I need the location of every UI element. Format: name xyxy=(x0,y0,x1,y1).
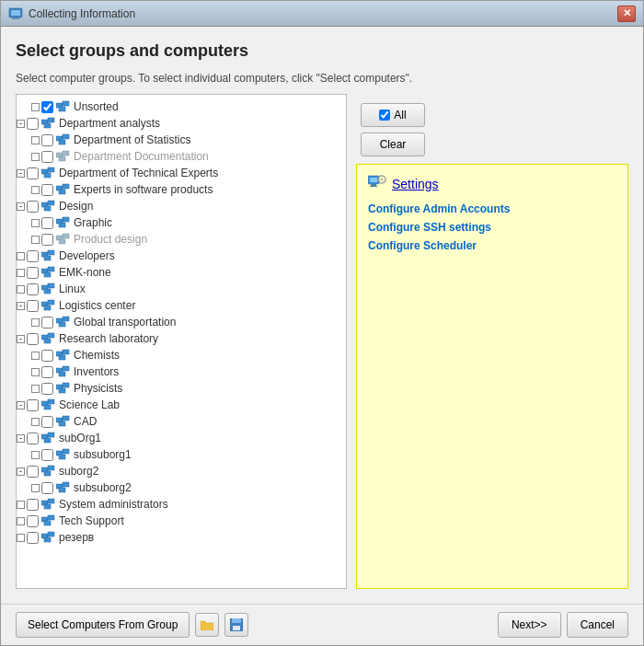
tree-checkbox[interactable] xyxy=(41,217,53,229)
tree-row[interactable]: Graphic xyxy=(17,214,346,231)
tree-row[interactable]: - Department analysts xyxy=(17,115,346,132)
right-column: All Clear xyxy=(356,94,628,589)
svg-rect-41 xyxy=(44,306,51,310)
tree-label: Graphic xyxy=(74,216,112,229)
svg-rect-92 xyxy=(233,626,240,630)
group-icon xyxy=(41,266,56,279)
expand-icon[interactable]: - xyxy=(17,302,25,310)
svg-rect-11 xyxy=(59,140,65,144)
tree-row[interactable]: Department Documentation xyxy=(17,148,346,165)
tree-row[interactable]: Linux xyxy=(17,281,346,297)
tree-checkbox[interactable] xyxy=(41,416,53,428)
group-icon xyxy=(56,448,71,461)
expand-icon[interactable]: - xyxy=(17,434,25,443)
tree-checkbox[interactable] xyxy=(41,449,53,461)
all-button[interactable]: All xyxy=(361,103,425,127)
settings-icon xyxy=(368,174,386,193)
tree-checkbox[interactable] xyxy=(27,515,39,527)
svg-rect-19 xyxy=(63,184,69,189)
tree-checkbox[interactable] xyxy=(27,283,39,295)
tree-checkbox[interactable] xyxy=(27,201,39,213)
svg-rect-23 xyxy=(44,206,51,211)
tree-label: Product design xyxy=(74,233,147,246)
folder-button[interactable] xyxy=(195,613,219,637)
tree-checkbox[interactable] xyxy=(41,482,53,494)
group-icon xyxy=(41,299,56,312)
tree-row[interactable]: CAD xyxy=(17,413,346,430)
tree-label: Linux xyxy=(59,283,86,295)
tree-row[interactable]: subsuborg2 xyxy=(17,479,346,496)
tree-row[interactable]: Developers xyxy=(17,248,346,264)
tree-row[interactable]: - Design xyxy=(17,198,346,214)
tree-checkbox[interactable] xyxy=(27,532,39,544)
configure-admin-link[interactable]: Configure Admin Accounts xyxy=(368,202,616,215)
expand-icon xyxy=(31,136,40,144)
tree-row[interactable]: - Logistics center xyxy=(17,297,346,314)
expand-icon[interactable]: - xyxy=(17,169,25,178)
next-button[interactable]: Next>> xyxy=(498,612,561,638)
tree-row[interactable]: Unsorted xyxy=(17,98,346,115)
configure-scheduler-link[interactable]: Configure Scheduler xyxy=(368,239,616,252)
tree-row[interactable]: - Department of Technical Experts xyxy=(17,165,346,181)
tree-checkbox[interactable] xyxy=(27,167,39,179)
svg-rect-31 xyxy=(48,250,54,255)
tree-row[interactable]: Global transportation xyxy=(17,314,346,330)
tree-row[interactable]: EMK-none xyxy=(17,264,346,281)
tree-row[interactable]: Inventors xyxy=(17,363,346,380)
tree-panel[interactable]: Unsorted - Department analysts xyxy=(16,94,347,589)
tree-checkbox[interactable] xyxy=(27,250,39,262)
tree-checkbox[interactable] xyxy=(27,267,39,279)
tree-checkbox[interactable] xyxy=(27,466,39,478)
tree-label: Department Documentation xyxy=(74,150,209,163)
tree-row[interactable]: Tech Support xyxy=(17,513,346,529)
tree-checkbox[interactable] xyxy=(27,499,39,511)
tree-label: Design xyxy=(59,200,93,213)
tree-row[interactable]: Department of Statistics xyxy=(17,132,346,148)
expand-icon[interactable]: - xyxy=(17,467,25,476)
save-button[interactable] xyxy=(224,613,248,637)
cancel-button[interactable]: Cancel xyxy=(567,612,628,638)
expand-icon[interactable]: - xyxy=(17,401,25,410)
configure-ssh-link[interactable]: Configure SSH settings xyxy=(368,221,616,234)
tree-row[interactable]: - subOrg1 xyxy=(17,430,346,446)
tree-checkbox[interactable] xyxy=(27,300,39,312)
tree-checkbox[interactable] xyxy=(27,333,39,345)
tree-checkbox[interactable] xyxy=(41,350,53,362)
group-icon xyxy=(56,150,71,163)
tree-row[interactable]: резерв xyxy=(17,529,346,546)
tree-checkbox[interactable] xyxy=(41,134,53,146)
tree-checkbox[interactable] xyxy=(41,184,53,196)
tree-checkbox[interactable] xyxy=(27,433,39,444)
tree-row[interactable]: Chemists xyxy=(17,347,346,363)
close-button[interactable]: ✕ xyxy=(617,6,636,22)
tree-checkbox[interactable] xyxy=(27,399,39,411)
expand-icon[interactable]: - xyxy=(17,120,25,128)
tree-row[interactable]: subsuborg1 xyxy=(17,446,346,463)
tree-checkbox[interactable] xyxy=(41,366,53,378)
tree-checkbox[interactable] xyxy=(41,234,53,246)
tree-checkbox[interactable] xyxy=(41,317,53,329)
expand-icon xyxy=(31,451,40,459)
expand-icon xyxy=(17,252,25,260)
tree-checkbox[interactable] xyxy=(27,118,39,130)
svg-rect-35 xyxy=(44,272,51,277)
tree-checkbox[interactable] xyxy=(41,383,53,395)
select-computers-button[interactable]: Select Computers From Group xyxy=(16,612,190,638)
tree-row[interactable]: Experts in software products xyxy=(17,181,346,198)
tree-row[interactable]: System administrators xyxy=(17,496,346,513)
settings-title[interactable]: Settings xyxy=(392,177,439,191)
clear-button[interactable]: Clear xyxy=(361,133,425,156)
tree-row[interactable]: - Research laboratory xyxy=(17,330,346,347)
tree-checkbox[interactable] xyxy=(41,151,53,163)
tree-row[interactable]: Physicists xyxy=(17,380,346,397)
expand-icon[interactable]: - xyxy=(17,202,25,211)
svg-rect-86 xyxy=(371,184,376,186)
expand-icon xyxy=(31,385,40,393)
tree-checkbox[interactable] xyxy=(41,101,53,113)
tree-row[interactable]: - Science Lab xyxy=(17,397,346,413)
svg-rect-32 xyxy=(44,256,51,260)
tree-row[interactable]: Product design xyxy=(17,231,346,248)
titlebar: Collecting Information ✕ xyxy=(1,1,643,27)
tree-row[interactable]: - suborg2 xyxy=(17,463,346,479)
expand-icon[interactable]: - xyxy=(17,335,25,343)
